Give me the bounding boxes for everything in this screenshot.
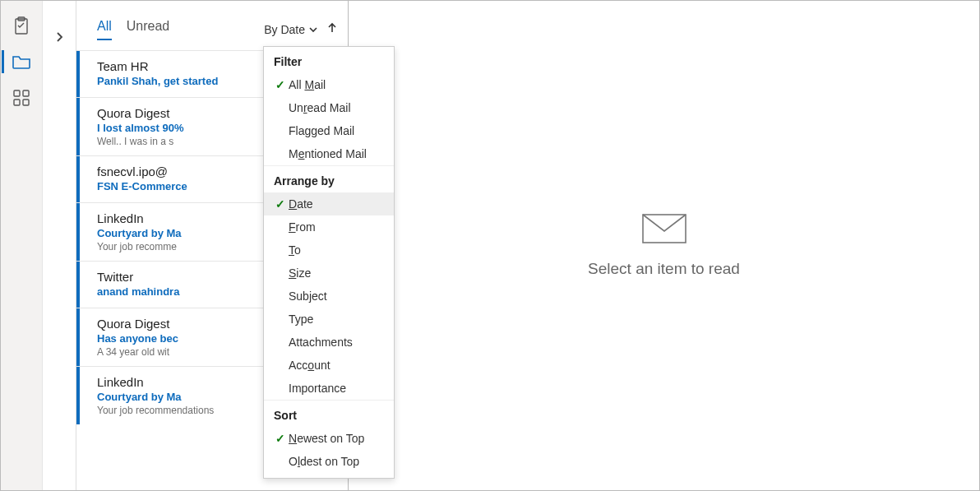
menu-option-label: Account [289, 359, 331, 372]
svg-rect-2 [14, 90, 20, 96]
menu-option-label: Flagged Mail [289, 124, 354, 137]
menu-option-label: From [289, 220, 316, 234]
menu-header: Filter [264, 47, 394, 73]
sort-by-label: By Date [264, 23, 305, 36]
menu-option[interactable]: Flagged Mail [264, 119, 394, 142]
nav-rail [1, 1, 43, 490]
chevron-right-icon [54, 32, 64, 42]
arrow-up-icon [326, 22, 338, 34]
tab-unread[interactable]: Unread [127, 19, 169, 40]
menu-option[interactable]: To [264, 239, 394, 262]
menu-option-label: Type [289, 313, 313, 326]
sort-filter-menu: Filter✓All MailUnread MailFlagged MailMe… [263, 46, 395, 479]
rail-item-tasks[interactable] [7, 11, 36, 40]
list-header: All Unread By Date [76, 1, 348, 50]
menu-option[interactable]: Importance [264, 377, 394, 400]
menu-option-label: All Mail [289, 78, 326, 91]
envelope-icon [642, 214, 686, 243]
menu-option[interactable]: Size [264, 262, 394, 285]
reading-pane: Select an item to read [349, 1, 979, 490]
folder-pane-collapsed [43, 1, 76, 490]
rail-item-mail-folder[interactable] [7, 47, 36, 76]
folder-icon [12, 54, 30, 69]
menu-header: Sort [264, 400, 394, 427]
tab-all[interactable]: All [97, 19, 112, 40]
menu-option[interactable]: Type [264, 308, 394, 331]
menu-option-label: Attachments [289, 336, 353, 349]
menu-option[interactable]: Attachments [264, 331, 394, 354]
menu-option-label: Subject [289, 290, 327, 303]
check-icon: ✓ [272, 197, 289, 211]
expand-folder-pane-button[interactable] [54, 30, 64, 490]
message-list-pane: All Unread By Date Team HRPankil Shah, g… [76, 1, 349, 490]
menu-option[interactable]: Mentioned Mail [264, 142, 394, 165]
rail-item-apps[interactable] [7, 83, 36, 113]
svg-rect-0 [16, 19, 27, 34]
reading-pane-empty-text: Select an item to read [588, 260, 740, 278]
svg-rect-5 [23, 100, 29, 105]
menu-option-label: Mentioned Mail [289, 147, 367, 160]
check-icon: ✓ [272, 78, 289, 91]
menu-option[interactable]: ✓All Mail [264, 73, 394, 96]
svg-rect-4 [14, 100, 20, 105]
apps-grid-icon [13, 90, 30, 106]
menu-option-label: Newest on Top [289, 432, 364, 445]
menu-option[interactable]: From [264, 215, 394, 239]
menu-option[interactable]: Account [264, 354, 394, 377]
menu-option[interactable]: ✓Newest on Top [264, 427, 394, 450]
menu-option-label: Date [289, 197, 313, 211]
menu-option-label: Unread Mail [289, 101, 351, 114]
menu-option[interactable]: Unread Mail [264, 96, 394, 119]
chevron-down-icon [308, 25, 318, 35]
menu-option[interactable]: ✓Date [264, 192, 394, 215]
menu-option-label: Size [289, 266, 311, 280]
menu-header: Arrange by [264, 165, 394, 192]
sort-by-button[interactable]: By Date [264, 23, 318, 36]
menu-option-label: To [289, 243, 301, 257]
check-icon: ✓ [272, 432, 289, 445]
menu-option-label: Oldest on Top [289, 455, 359, 468]
sort-direction-button[interactable] [326, 22, 338, 37]
menu-option[interactable]: Oldest on Top [264, 450, 394, 473]
menu-option[interactable]: Subject [264, 285, 394, 308]
clipboard-icon [13, 16, 30, 35]
menu-option-label: Importance [289, 382, 346, 395]
svg-rect-3 [23, 90, 29, 96]
